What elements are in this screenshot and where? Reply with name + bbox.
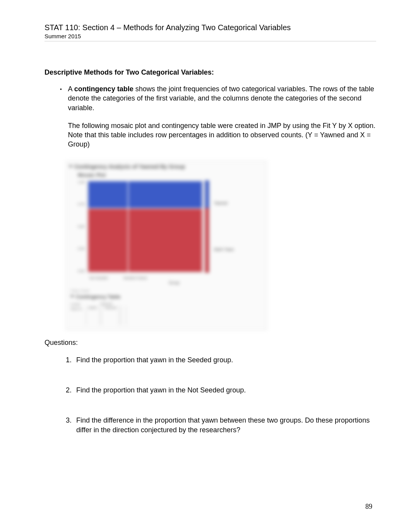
jmp-output-figure: Contingency Analysis of Yawned By Group … [66, 161, 267, 330]
bullet-text-a: A [68, 85, 74, 93]
questions-heading: Questions: [45, 339, 376, 347]
ct-row-head: Count [71, 302, 82, 307]
page-subtitle: Summer 2015 [45, 33, 376, 39]
y-tick: 0.75 [78, 202, 85, 206]
legend-yawned: Yawned [214, 201, 234, 205]
figure-main-title: Contingency Analysis of Yawned By Group [74, 164, 185, 170]
mosaic-overall-bar [205, 180, 209, 273]
bullet-text-bold: contingency table [74, 85, 134, 93]
list-number: 3. [63, 416, 72, 435]
mosaic-col-seeded [128, 181, 202, 272]
x-axis-title: Group [66, 281, 267, 285]
y-tick: 0.50 [78, 225, 85, 228]
y-axis-ticks: 1.00 0.75 0.50 0.25 0.00 [78, 180, 86, 273]
disclosure-triangle-icon [69, 165, 73, 168]
ct-row-head: Row % [71, 307, 82, 312]
page-number: 89 [365, 503, 372, 511]
list-number: 2. [63, 385, 72, 395]
freq-label: Freq: Count [71, 289, 260, 293]
ct-col: Yawned [101, 306, 119, 325]
mosaic-cell-yawned [88, 181, 128, 208]
disclosure-triangle-icon [70, 295, 74, 298]
contingency-table: Count Row % Yawned Didn't Yawned [71, 302, 260, 325]
bullet-mark-icon: ▪ [60, 84, 62, 158]
ct-col-label: Didn't [89, 306, 98, 310]
mosaic-plot: 1.00 0.75 0.50 0.25 0.00 Yawned Didn't Y… [78, 180, 260, 273]
section-heading: Descriptive Methods for Two Categorical … [45, 68, 376, 77]
mosaic-cell-didnt [88, 209, 128, 271]
question-text: Find the proportion that yawn in the See… [76, 355, 233, 365]
y-tick: 1.00 [78, 180, 85, 184]
questions-list: 1. Find the proportion that yawn in the … [45, 355, 376, 435]
mosaic-legend: Yawned Didn't Yawn [211, 180, 234, 273]
bullet-content: A contingency table shows the joint freq… [68, 84, 376, 158]
mosaic-cell-didnt [128, 209, 202, 271]
x-label-notseeded: Not Seeded [89, 276, 108, 280]
overall-didnt [205, 208, 209, 273]
header-rule [45, 41, 376, 41]
mosaic-plot-title: Mosaic Plot [66, 172, 267, 178]
bullet-item: ▪ A contingency table shows the joint fr… [45, 84, 376, 158]
mosaic-col-notseeded [88, 181, 128, 272]
contingency-table-title: Contingency Table [76, 294, 120, 300]
question-text: Find the difference in the proportion th… [76, 416, 376, 435]
list-item: 1. Find the proportion that yawn in the … [63, 355, 376, 365]
mosaic-grid [87, 180, 203, 273]
list-item: 3. Find the difference in the proportion… [63, 416, 376, 435]
y-tick: 0.25 [78, 247, 85, 251]
contingency-table-block: Freq: Count Contingency Table Count Row … [71, 289, 260, 325]
x-axis-labels: Not Seeded Seeded (Yawn) [66, 276, 267, 280]
list-item: 2. Find the proportion that yawn in the … [63, 385, 376, 395]
question-text: Find the proportion that yawn in the Not… [76, 385, 246, 395]
mosaic-cell-yawned [128, 181, 202, 208]
ct-col-label: Yawned [104, 306, 116, 310]
y-tick: 0.00 [78, 269, 85, 273]
x-label-seeded: Seeded (Yawn) [123, 276, 147, 280]
overall-yawned [205, 181, 209, 208]
bullet-para-2: The following mosaic plot and contingenc… [68, 121, 376, 149]
ct-col: Didn't [86, 306, 100, 325]
ct-row-heads: Count Row % [71, 302, 82, 325]
legend-didnt: Didn't Yawn [214, 247, 234, 252]
page-title: STAT 110: Section 4 – Methods for Analyz… [45, 23, 376, 32]
ct-grid: Yawned Didn't Yawned [86, 302, 127, 325]
ct-col [121, 306, 126, 325]
ct-col-head: Yawned [86, 302, 127, 306]
list-number: 1. [63, 355, 72, 365]
